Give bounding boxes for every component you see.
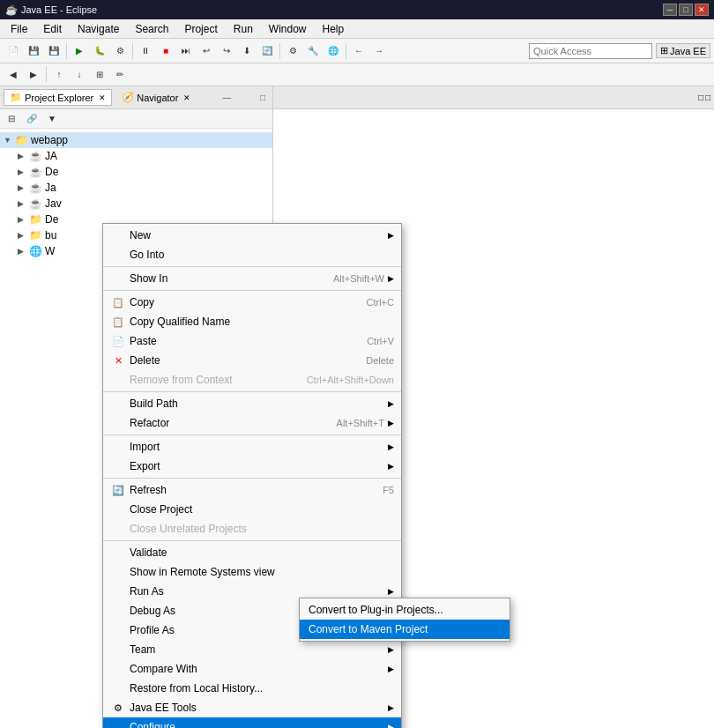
javaeetools-icon: ⚙ bbox=[110, 700, 126, 716]
nav-icon: 🧭 bbox=[122, 92, 134, 103]
run-btn[interactable]: ▶ bbox=[70, 41, 89, 61]
tb-btn10[interactable]: 🔧 bbox=[303, 41, 323, 61]
ctx-validate[interactable]: Validate bbox=[103, 543, 401, 562]
ctx-export-label: Export bbox=[130, 460, 384, 472]
ctx-team[interactable]: Team ▶ bbox=[103, 640, 401, 659]
back-btn[interactable]: ◀ bbox=[4, 65, 23, 85]
tb2-btn2[interactable]: ↓ bbox=[70, 65, 89, 85]
tree-root[interactable]: ▼ 📁 webapp bbox=[0, 132, 272, 148]
javaeetools-arrow: ▶ bbox=[388, 703, 394, 712]
converttoplugin-label: Convert to Plug-in Projects... bbox=[309, 604, 443, 616]
tb-btn7[interactable]: ⬇ bbox=[237, 41, 257, 61]
panel-menu-btn[interactable]: ▼ bbox=[42, 109, 62, 129]
configure-icon bbox=[110, 719, 126, 728]
submenu-converttomaven[interactable]: Convert to Maven Project bbox=[300, 620, 509, 639]
save-all-btn[interactable]: 💾 bbox=[44, 41, 63, 61]
tb-btn4[interactable]: ⏭ bbox=[176, 41, 196, 61]
ctx-export[interactable]: Export ▶ bbox=[103, 457, 401, 476]
ctx-removefromcontext: Remove from Context Ctrl+Alt+Shift+Down bbox=[103, 370, 401, 390]
quick-access-wrapper: ⊞ Java EE bbox=[529, 43, 710, 59]
sep3 bbox=[279, 43, 280, 59]
nav-close[interactable]: ✕ bbox=[183, 93, 190, 102]
project-explorer-tab[interactable]: 📁 Project Explorer ✕ bbox=[4, 89, 112, 106]
menu-file[interactable]: File bbox=[4, 21, 34, 37]
tree-node-3[interactable]: ▶ ☕ Ja bbox=[0, 180, 272, 196]
content-maximize-btn[interactable]: □ bbox=[705, 93, 710, 102]
minimize-btn[interactable]: ─ bbox=[663, 4, 677, 16]
refactor-arrow: ▶ bbox=[388, 419, 394, 427]
menu-help[interactable]: Help bbox=[316, 21, 352, 37]
menu-search[interactable]: Search bbox=[128, 21, 175, 37]
perspective-switch-btn[interactable]: ⊞ Java EE bbox=[656, 43, 710, 58]
label-1: JA bbox=[45, 150, 57, 162]
sep1 bbox=[66, 43, 67, 59]
maximize-btn[interactable]: □ bbox=[679, 4, 693, 16]
tb-btn5[interactable]: ↩ bbox=[197, 41, 216, 61]
ctx-refresh[interactable]: 🔄 Refresh F5 bbox=[103, 480, 401, 500]
export-icon bbox=[110, 458, 126, 474]
ctx-refactor[interactable]: Refactor Alt+Shift+T ▶ bbox=[103, 413, 401, 433]
tb2-btn3[interactable]: ⊞ bbox=[90, 65, 109, 85]
tb-btn12[interactable]: ← bbox=[349, 41, 368, 61]
tb2-btn1[interactable]: ↑ bbox=[49, 65, 69, 85]
new-btn[interactable]: 📄 bbox=[4, 41, 23, 61]
tab-close[interactable]: ✕ bbox=[99, 93, 106, 102]
showin-shortcut: Alt+Shift+W bbox=[316, 273, 384, 284]
configure-arrow: ▶ bbox=[388, 723, 394, 728]
stop-btn[interactable]: ■ bbox=[156, 41, 175, 61]
root-label: webapp bbox=[31, 134, 68, 146]
tb-btn3[interactable]: ⏸ bbox=[136, 41, 155, 61]
ctx-delete[interactable]: ✕ Delete Delete bbox=[103, 351, 401, 370]
ctx-configure[interactable]: Configure ▶ bbox=[103, 717, 401, 728]
debug-btn[interactable]: 🐛 bbox=[90, 41, 109, 61]
menu-navigate[interactable]: Navigate bbox=[71, 21, 126, 37]
ctx-copy[interactable]: 📋 Copy Ctrl+C bbox=[103, 293, 401, 312]
save-btn[interactable]: 💾 bbox=[24, 41, 43, 61]
tb-btn9[interactable]: ⚙ bbox=[283, 41, 302, 61]
ctx-gointo[interactable]: Go Into bbox=[103, 245, 401, 264]
tree-node-1[interactable]: ▶ ☕ JA bbox=[0, 148, 272, 164]
close-btn[interactable]: ✕ bbox=[695, 4, 709, 16]
ctx-buildpath[interactable]: Build Path ▶ bbox=[103, 394, 401, 413]
ctx-new[interactable]: New ▶ bbox=[103, 226, 401, 245]
tb-btn6[interactable]: ↪ bbox=[217, 41, 236, 61]
menu-window[interactable]: Window bbox=[262, 21, 314, 37]
tree-node-4[interactable]: ▶ ☕ Jav bbox=[0, 196, 272, 212]
copyq-icon: 📋 bbox=[110, 314, 126, 330]
navigator-tab[interactable]: 🧭 Navigator ✕ bbox=[115, 89, 197, 106]
tb2-btn4[interactable]: ✏ bbox=[110, 65, 130, 85]
panel-maximize-btn[interactable]: □ bbox=[257, 91, 269, 104]
comparewith-arrow: ▶ bbox=[388, 665, 394, 673]
tb-btn8[interactable]: 🔄 bbox=[257, 41, 277, 61]
ctx-comparewith[interactable]: Compare With ▶ bbox=[103, 659, 401, 679]
ctx-restorefromlocal[interactable]: Restore from Local History... bbox=[103, 679, 401, 698]
ctx-closeproject[interactable]: Close Project bbox=[103, 500, 401, 519]
content-restore-btn[interactable]: □ bbox=[698, 93, 703, 102]
refactor-icon bbox=[110, 415, 126, 431]
ctx-showin[interactable]: Show In Alt+Shift+W ▶ bbox=[103, 269, 401, 288]
menu-project[interactable]: Project bbox=[177, 21, 224, 37]
ctx-javaeetools[interactable]: ⚙ Java EE Tools ▶ bbox=[103, 698, 401, 717]
menu-edit[interactable]: Edit bbox=[36, 21, 69, 37]
tb-btn13[interactable]: → bbox=[369, 41, 389, 61]
quick-access-input[interactable] bbox=[529, 43, 652, 59]
fwd-btn[interactable]: ▶ bbox=[24, 65, 43, 85]
ctx-showinremote[interactable]: Show in Remote Systems view bbox=[103, 562, 401, 582]
link-editor-btn[interactable]: 🔗 bbox=[22, 109, 41, 129]
menu-run[interactable]: Run bbox=[227, 21, 260, 37]
context-menu: New ▶ Go Into Show In Alt+Shift+W ▶ 📋 Co… bbox=[102, 223, 402, 728]
submenu-converttoplugin[interactable]: Convert to Plug-in Projects... bbox=[300, 600, 509, 620]
ctx-copyqualified[interactable]: 📋 Copy Qualified Name bbox=[103, 312, 401, 331]
ctx-paste[interactable]: 📄 Paste Ctrl+V bbox=[103, 331, 401, 351]
tb-btn11[interactable]: 🌐 bbox=[324, 41, 343, 61]
panel-toolbar: ⊟ 🔗 ▼ bbox=[0, 109, 272, 129]
label-6: bu bbox=[45, 229, 56, 241]
converttomaven-label: Convert to Maven Project bbox=[309, 623, 428, 635]
panel-minimize-btn[interactable]: — bbox=[219, 91, 234, 104]
copy-icon: 📋 bbox=[110, 294, 126, 310]
arrow-3: ▶ bbox=[18, 183, 28, 192]
ctx-import[interactable]: Import ▶ bbox=[103, 437, 401, 457]
profile-btn[interactable]: ⚙ bbox=[110, 41, 130, 61]
tree-node-2[interactable]: ▶ ☕ De bbox=[0, 164, 272, 180]
collapse-all-btn[interactable]: ⊟ bbox=[2, 109, 21, 129]
